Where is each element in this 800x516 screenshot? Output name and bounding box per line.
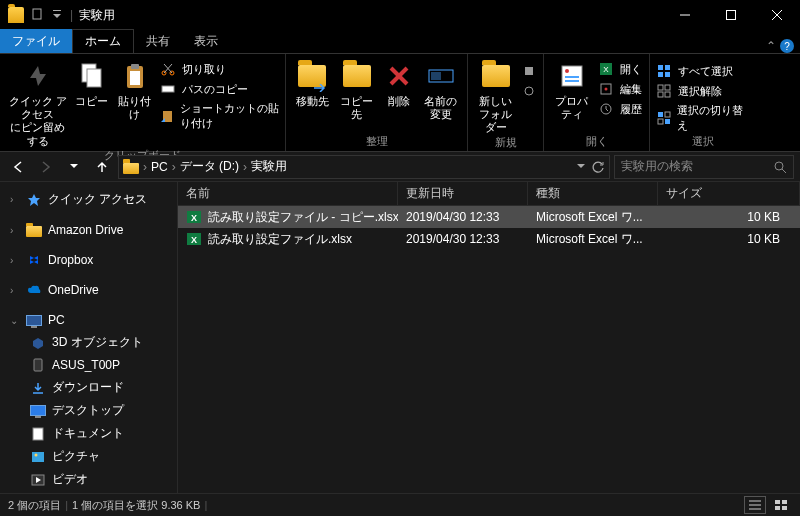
delete-button[interactable]: 削除	[381, 56, 416, 108]
sidebar-item-documents[interactable]: ドキュメント	[0, 422, 177, 445]
sidebar-item-pc[interactable]: ⌄PC	[0, 309, 177, 331]
shortcut-icon	[160, 108, 174, 124]
navigation-pane[interactable]: ›クイック アクセス ›Amazon Drive ›Dropbox ›OneDr…	[0, 182, 178, 493]
svg-rect-0	[33, 9, 41, 19]
sidebar-item-downloads[interactable]: ダウンロード	[0, 376, 177, 399]
open-button[interactable]: X開く	[598, 60, 643, 78]
invert-selection-button[interactable]: 選択の切り替え	[656, 102, 750, 134]
device-icon	[30, 357, 46, 373]
tab-view[interactable]: 表示	[182, 29, 230, 53]
breadcrumb-segment[interactable]: 実験用	[251, 158, 287, 175]
select-none-button[interactable]: 選択解除	[656, 82, 750, 100]
svg-rect-43	[665, 119, 670, 124]
easy-access-button[interactable]	[521, 82, 537, 100]
file-name: 読み取り設定ファイル.xlsx	[208, 231, 352, 248]
svg-rect-46	[34, 359, 42, 371]
column-date[interactable]: 更新日時	[398, 182, 528, 205]
paste-shortcut-button[interactable]: ショートカットの貼り付け	[160, 100, 279, 132]
column-type[interactable]: 種類	[528, 182, 658, 205]
view-large-icons-button[interactable]	[770, 496, 792, 514]
table-row[interactable]: X読み取り設定ファイル.xlsx2019/04/30 12:33Microsof…	[178, 228, 800, 250]
pin-icon	[22, 60, 54, 92]
sidebar-item-desktop[interactable]: デスクトップ	[0, 399, 177, 422]
back-button[interactable]	[6, 155, 30, 179]
download-icon	[30, 380, 46, 396]
refresh-button[interactable]	[591, 160, 605, 174]
column-size[interactable]: サイズ	[658, 182, 800, 205]
svg-rect-60	[775, 506, 780, 510]
sidebar-item-asus[interactable]: ASUS_T00P	[0, 354, 177, 376]
move-to-button[interactable]: 移動先	[292, 56, 333, 108]
status-selection: 1 個の項目を選択 9.36 KB	[72, 498, 200, 513]
pin-to-quick-access-button[interactable]: クイック アクセス にピン留めする	[6, 56, 69, 148]
qat-button[interactable]	[30, 8, 44, 22]
minimize-button[interactable]	[662, 0, 708, 30]
monitor-icon	[26, 312, 42, 328]
excel-icon: X	[186, 209, 202, 225]
help-button[interactable]: ?	[780, 39, 794, 53]
new-item-icon	[521, 63, 537, 79]
svg-rect-36	[658, 85, 663, 90]
sidebar-item-videos[interactable]: ビデオ	[0, 468, 177, 491]
qat-dropdown[interactable]	[50, 8, 64, 22]
file-size: 10 KB	[658, 232, 800, 246]
tab-file[interactable]: ファイル	[0, 29, 72, 53]
table-row[interactable]: X読み取り設定ファイル - コピー.xlsx2019/04/30 12:33Mi…	[178, 206, 800, 228]
edit-button[interactable]: 編集	[598, 80, 643, 98]
breadcrumb-segment[interactable]: PC	[151, 160, 168, 174]
breadcrumb-segment[interactable]: データ (D:)	[180, 158, 239, 175]
copy-path-button[interactable]: パスのコピー	[160, 80, 279, 98]
file-date: 2019/04/30 12:33	[398, 210, 528, 224]
cut-button[interactable]: 切り取り	[160, 60, 279, 78]
chevron-down-icon[interactable]: ⌄	[10, 315, 20, 326]
rename-button[interactable]: 名前の 変更	[420, 56, 461, 121]
ribbon-tabs: ファイル ホーム 共有 表示 ⌃ ?	[0, 30, 800, 54]
svg-text:X: X	[191, 213, 197, 223]
sidebar-item-music[interactable]: ミュージック	[0, 491, 177, 493]
select-all-button[interactable]: すべて選択	[656, 62, 750, 80]
paste-button[interactable]: 貼り付け	[114, 56, 156, 121]
sidebar-item-3d-objects[interactable]: 3D オブジェクト	[0, 331, 177, 354]
sidebar-item-amazon-drive[interactable]: ›Amazon Drive	[0, 219, 177, 241]
search-box[interactable]: 実験用の検索	[614, 155, 794, 179]
new-group-label: 新規	[474, 135, 537, 152]
copy-button[interactable]: コピー	[73, 56, 109, 108]
svg-text:X: X	[603, 65, 609, 74]
scissors-icon	[160, 61, 176, 77]
open-group-label: 開く	[550, 134, 643, 151]
sidebar-item-dropbox[interactable]: ›Dropbox	[0, 249, 177, 271]
chevron-right-icon[interactable]: ›	[10, 194, 20, 205]
column-name[interactable]: 名前	[178, 182, 398, 205]
copy-to-button[interactable]: コピー先	[337, 56, 378, 121]
new-folder-button[interactable]: 新しい フォルダー	[474, 56, 517, 135]
svg-rect-25	[565, 76, 579, 78]
svg-rect-1	[53, 10, 61, 11]
ribbon-collapse-button[interactable]: ⌃	[766, 39, 776, 53]
forward-button[interactable]	[34, 155, 58, 179]
address-bar[interactable]: › PC › データ (D:) › 実験用	[118, 155, 610, 179]
history-button[interactable]: 履歴	[598, 100, 643, 118]
recent-locations-button[interactable]	[62, 155, 86, 179]
ribbon: クイック アクセス にピン留めする コピー 貼り付け 切り取り パスのコピー シ…	[0, 54, 800, 152]
status-bar: 2 個の項目 | 1 個の項目を選択 9.36 KB |	[0, 493, 800, 516]
close-button[interactable]	[754, 0, 800, 30]
new-item-button[interactable]	[521, 62, 537, 80]
tab-home[interactable]: ホーム	[72, 29, 134, 53]
chevron-right-icon[interactable]: ›	[241, 160, 249, 174]
select-none-icon	[656, 83, 672, 99]
view-details-button[interactable]	[744, 496, 766, 514]
up-button[interactable]	[90, 155, 114, 179]
sidebar-item-pictures[interactable]: ピクチャ	[0, 445, 177, 468]
chevron-right-icon[interactable]: ›	[170, 160, 178, 174]
tab-share[interactable]: 共有	[134, 29, 182, 53]
search-icon	[773, 160, 787, 174]
sidebar-item-quick-access[interactable]: ›クイック アクセス	[0, 188, 177, 211]
sidebar-item-onedrive[interactable]: ›OneDrive	[0, 279, 177, 301]
address-dropdown-button[interactable]	[577, 164, 585, 170]
chevron-right-icon[interactable]: ›	[141, 160, 149, 174]
maximize-button[interactable]	[708, 0, 754, 30]
properties-button[interactable]: プロパティ	[550, 56, 594, 121]
file-rows[interactable]: X読み取り設定ファイル - コピー.xlsx2019/04/30 12:33Mi…	[178, 206, 800, 493]
svg-rect-41	[665, 112, 670, 117]
star-icon	[26, 192, 42, 208]
